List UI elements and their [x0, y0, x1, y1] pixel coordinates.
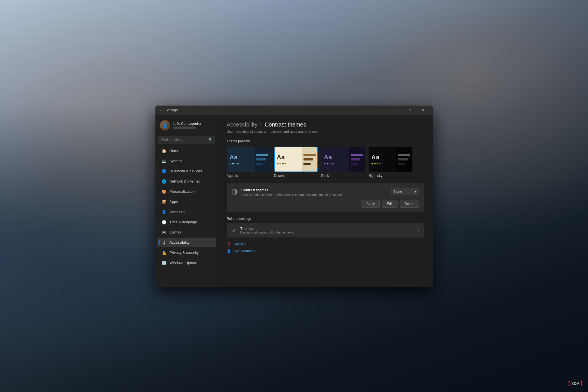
nav-item-apps[interactable]: 📦 Apps [157, 197, 216, 207]
get-help-label: Get help [234, 242, 246, 246]
theme-card-dusk: Aa [321, 147, 365, 172]
nav-item-personalization[interactable]: 🎨 Personalization [157, 187, 216, 196]
accounts-icon: 👤 [162, 209, 167, 215]
theme-name-desert: Desert [274, 174, 284, 178]
dot3 [282, 163, 284, 164]
apply-button[interactable]: Apply [362, 200, 380, 208]
related-item-themes[interactable]: 🖌 Themes Background image, color, theme … [227, 223, 424, 237]
bar3 [256, 163, 264, 165]
xda-bracket-left: [ [568, 380, 570, 386]
user-profile[interactable]: 👤 João Carrasqueira [155, 117, 218, 134]
theme-card-desert: Aa [274, 147, 318, 172]
give-feedback-icon: 👤 [227, 249, 231, 253]
title-bar: ← Settings − □ ✕ [155, 106, 433, 115]
theme-card-aquatic-left: Aa [227, 147, 255, 172]
delete-button[interactable]: Delete [400, 200, 419, 208]
breadcrumb-separator: > [260, 122, 262, 127]
nav-label-time: Time & language [170, 220, 197, 224]
related-themes-chevron-icon: › [418, 228, 419, 232]
theme-preview-label: Theme preview [227, 139, 424, 143]
sidebar: 👤 João Carrasqueira 🔍 🏠 Home 💻 System [155, 115, 218, 287]
nav-item-bluetooth[interactable]: 🔵 Bluetooth & devices [157, 166, 216, 176]
themes-icon: 🖌 [231, 227, 237, 233]
dot1 [371, 163, 373, 164]
xda-badge: [ XDA ] [568, 380, 582, 386]
nav-item-time[interactable]: 🕐 Time & language [157, 217, 216, 227]
network-icon: 🌐 [162, 179, 167, 184]
accessibility-icon [162, 240, 167, 245]
privacy-icon: 🔒 [162, 250, 167, 255]
nav-label-apps: Apps [170, 200, 178, 204]
maximize-button[interactable]: □ [403, 106, 416, 115]
related-settings-label: Related settings [227, 217, 424, 221]
theme-card-desert-left: Aa [275, 147, 302, 172]
related-themes-subtitle: Background image, color, theme packs [240, 231, 415, 234]
update-icon: 🔄 [162, 260, 167, 265]
theme-sidebar-dusk [349, 147, 365, 172]
dot2 [232, 163, 234, 164]
nav-label-accessibility: Accessibility [170, 240, 190, 245]
related-themes-title: Themes [240, 226, 415, 231]
bluetooth-icon: 🔵 [162, 169, 167, 174]
breadcrumb-parent[interactable]: Accessibility [227, 121, 258, 128]
main-content: 👤 João Carrasqueira 🔍 🏠 Home 💻 System [155, 115, 433, 287]
apps-icon: 📦 [162, 199, 167, 204]
window-controls: − □ ✕ [390, 106, 429, 115]
dot1 [324, 163, 326, 164]
search-icon: 🔍 [208, 138, 213, 142]
theme-card-aquatic: Aa [227, 147, 271, 172]
close-button[interactable]: ✕ [416, 106, 429, 115]
action-buttons: Apply Edit Delete [231, 200, 419, 208]
back-button[interactable]: ← [159, 108, 163, 112]
nav-item-accounts[interactable]: 👤 Accounts [157, 207, 216, 217]
xda-bracket-right: ] [581, 380, 582, 386]
bar1 [351, 154, 363, 156]
nav-item-accessibility[interactable]: Accessibility [157, 238, 216, 247]
nav-label-personalization: Personalization [170, 189, 195, 194]
bar1 [256, 154, 268, 156]
give-feedback-link[interactable]: 👤 Give feedback [227, 249, 424, 253]
theme-dots-dusk [324, 163, 347, 164]
bar2 [256, 158, 266, 160]
contrast-row: Contrast themes Press left Alt + left Sh… [231, 188, 419, 196]
minimize-button[interactable]: − [390, 106, 403, 115]
search-input[interactable] [158, 136, 215, 143]
theme-previews: Aa [227, 147, 424, 178]
user-email-masked [173, 127, 196, 129]
theme-card-nightsky: Aa [369, 147, 412, 172]
user-name: João Carrasqueira [173, 122, 201, 126]
dot2 [374, 163, 376, 164]
nav-item-network[interactable]: 🌐 Network & internet [157, 177, 216, 186]
dot4 [379, 163, 381, 164]
theme-name-dusk: Dusk [321, 174, 329, 178]
get-help-icon: ❓ [227, 242, 231, 247]
settings-window: ← Settings − □ ✕ 👤 João Carrasqueira [155, 106, 433, 287]
theme-dusk[interactable]: Aa [321, 147, 365, 178]
theme-aquatic[interactable]: Aa [227, 147, 271, 178]
edit-button[interactable]: Edit [382, 200, 397, 208]
dot3 [235, 163, 236, 164]
nav-item-system[interactable]: 💻 System [157, 156, 216, 166]
nav-item-privacy[interactable]: 🔒 Privacy & security [157, 248, 216, 258]
home-icon: 🏠 [162, 148, 167, 153]
theme-aa-desert: Aa [277, 154, 300, 160]
theme-desert[interactable]: Aa [274, 147, 318, 178]
theme-nightsky[interactable]: Aa [369, 147, 412, 178]
nav-item-update[interactable]: 🔄 Windows Update [157, 258, 216, 268]
help-links: ❓ Get help 👤 Give feedback [227, 242, 424, 253]
time-icon: 🕐 [162, 220, 167, 225]
nav-item-gaming[interactable]: 🎮 Gaming [157, 228, 216, 237]
bar2 [351, 158, 360, 160]
window-title: Settings [166, 108, 390, 112]
search-box: 🔍 [158, 136, 215, 143]
dot4 [285, 163, 286, 164]
nav-label-bluetooth: Bluetooth & devices [170, 169, 202, 173]
nav-item-home[interactable]: 🏠 Home [157, 146, 216, 156]
dot4 [237, 163, 239, 164]
bar2 [303, 158, 313, 160]
get-help-link[interactable]: ❓ Get help [227, 242, 424, 247]
nav-label-system: System [170, 159, 182, 163]
theme-dots-desert [277, 163, 300, 164]
breadcrumb: Accessibility > Contrast themes [227, 121, 424, 128]
contrast-theme-dropdown[interactable]: None ▾ [391, 188, 419, 195]
